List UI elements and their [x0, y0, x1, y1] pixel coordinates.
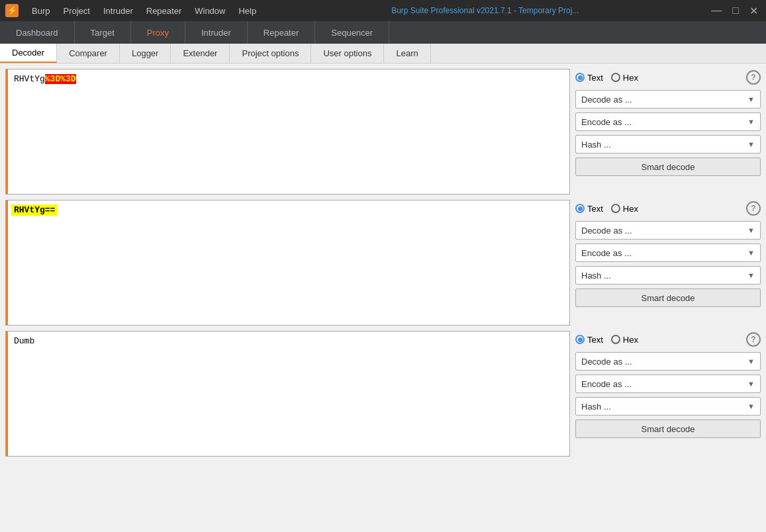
tab-logger[interactable]: Logger — [120, 44, 171, 63]
tab-proxy[interactable]: Proxy — [131, 21, 185, 44]
format-selector-2: Text Hex ? — [575, 201, 761, 216]
text-radio-label-3[interactable]: Text — [575, 335, 603, 345]
hash-dropdown-arrow-3: ▼ — [747, 402, 755, 410]
tab-target[interactable]: Target — [75, 21, 131, 44]
menu-help[interactable]: Help — [233, 5, 262, 17]
text-radio-3[interactable] — [575, 335, 585, 344]
hex-radio-text-2: Hex — [623, 204, 638, 214]
encode-as-dropdown-1[interactable]: Encode as ... ▼ — [575, 112, 761, 131]
tab-decoder[interactable]: Decoder — [0, 44, 57, 63]
decoder-text-1: RHVtYg%3D%3D — [9, 72, 567, 87]
hash-dropdown-2[interactable]: Hash ... ▼ — [575, 266, 761, 285]
format-selector-1: Text Hex ? — [575, 70, 761, 85]
smart-decode-button-2[interactable]: Smart decode — [575, 288, 761, 307]
hex-radio-3[interactable] — [611, 335, 620, 344]
decode-as-dropdown-1[interactable]: Decode as ... ▼ — [575, 90, 761, 109]
hash-dropdown-arrow-1: ▼ — [747, 140, 755, 148]
tab-comparer[interactable]: Comparer — [57, 44, 120, 63]
smart-decode-button-1[interactable]: Smart decode — [575, 157, 761, 176]
title-bar: ⚡ Burp Project Intruder Repeater Window … — [0, 0, 766, 21]
text-radio-label-1[interactable]: Text — [575, 73, 603, 83]
decoder-text-3: Dumb — [9, 334, 567, 349]
menu-intruder[interactable]: Intruder — [98, 5, 138, 17]
text-radio-text-1: Text — [587, 73, 603, 83]
highlighted-text-1: %3D%3D — [45, 74, 76, 84]
decode-dropdown-arrow-2: ▼ — [747, 226, 755, 234]
help-icon-1[interactable]: ? — [746, 70, 761, 85]
tab-project-options[interactable]: Project options — [230, 44, 311, 63]
decoder-input-1[interactable]: RHVtYg%3D%3D — [5, 69, 570, 195]
encode-dropdown-arrow-3: ▼ — [747, 380, 755, 388]
decode-dropdown-arrow-3: ▼ — [747, 357, 755, 365]
format-selector-3: Text Hex ? — [575, 332, 761, 347]
decoder-input-2[interactable]: RHVtYg== — [5, 200, 570, 326]
text-radio-2[interactable] — [575, 204, 585, 213]
highlighted-text-2: RHVtYg== — [11, 204, 58, 216]
decode-as-dropdown-2[interactable]: Decode as ... ▼ — [575, 221, 761, 240]
window-title: Burp Suite Professional v2021.7.1 - Temp… — [269, 6, 700, 15]
main-nav: Dashboard Target Proxy Intruder Repeater… — [0, 21, 766, 44]
smart-decode-button-3[interactable]: Smart decode — [575, 420, 761, 438]
hex-radio-text-1: Hex — [623, 73, 638, 83]
tab-user-options[interactable]: User options — [311, 44, 384, 63]
decode-as-dropdown-3[interactable]: Decode as ... ▼ — [575, 352, 761, 371]
tab-repeater[interactable]: Repeater — [248, 21, 315, 44]
decoder-controls-2: Text Hex ? Decode as ... ▼ Encode as ...… — [575, 200, 761, 326]
hex-radio-1[interactable] — [611, 73, 620, 82]
hex-radio-2[interactable] — [611, 204, 620, 213]
text-radio-label-2[interactable]: Text — [575, 204, 603, 214]
encode-dropdown-arrow-1: ▼ — [747, 118, 755, 126]
tab-dashboard[interactable]: Dashboard — [0, 21, 75, 44]
hash-dropdown-arrow-2: ▼ — [747, 271, 755, 279]
hash-dropdown-1[interactable]: Hash ... ▼ — [575, 135, 761, 154]
decoder-main: RHVtYg%3D%3D Text Hex ? Decode as ... ▼ — [0, 64, 766, 532]
burp-logo: ⚡ — [5, 4, 19, 17]
hash-dropdown-3[interactable]: Hash ... ▼ — [575, 397, 761, 416]
tab-extender[interactable]: Extender — [171, 44, 230, 63]
text-radio-1[interactable] — [575, 73, 585, 82]
encode-as-dropdown-3[interactable]: Encode as ... ▼ — [575, 375, 761, 393]
decoder-input-3[interactable]: Dumb — [5, 331, 570, 457]
minimize-button[interactable]: — — [708, 5, 724, 17]
decode-dropdown-arrow-1: ▼ — [747, 95, 755, 103]
menu-window[interactable]: Window — [189, 5, 230, 17]
decoder-row-3: Dumb Text Hex ? Decode as ... ▼ Encode — [5, 331, 761, 457]
menu-repeater[interactable]: Repeater — [141, 5, 187, 17]
help-icon-3[interactable]: ? — [746, 332, 761, 347]
hex-radio-label-1[interactable]: Hex — [611, 73, 638, 83]
text-radio-text-3: Text — [587, 335, 603, 345]
decoder-controls-1: Text Hex ? Decode as ... ▼ Encode as ...… — [575, 69, 761, 195]
hex-radio-label-2[interactable]: Hex — [611, 204, 638, 214]
window-controls: — □ ✕ — [708, 5, 761, 17]
hex-radio-text-3: Hex — [623, 335, 638, 345]
decoder-text-2: RHVtYg== — [9, 203, 567, 218]
encode-as-dropdown-2[interactable]: Encode as ... ▼ — [575, 244, 761, 262]
decoder-controls-3: Text Hex ? Decode as ... ▼ Encode as ...… — [575, 331, 761, 457]
menu-project[interactable]: Project — [58, 5, 95, 17]
menu-bar: Burp Project Intruder Repeater Window He… — [26, 5, 262, 17]
tab-sequencer[interactable]: Sequencer — [315, 21, 389, 44]
help-icon-2[interactable]: ? — [746, 201, 761, 216]
text-radio-text-2: Text — [587, 204, 603, 214]
encode-dropdown-arrow-2: ▼ — [747, 249, 755, 257]
decoder-row-2: RHVtYg== Text Hex ? Decode as ... ▼ En — [5, 200, 761, 326]
maximize-button[interactable]: □ — [730, 5, 742, 17]
hex-radio-label-3[interactable]: Hex — [611, 335, 638, 345]
menu-burp[interactable]: Burp — [26, 5, 55, 17]
tab-intruder[interactable]: Intruder — [185, 21, 248, 44]
close-button[interactable]: ✕ — [747, 5, 761, 17]
decoder-row-1: RHVtYg%3D%3D Text Hex ? Decode as ... ▼ — [5, 69, 761, 195]
sub-nav: Decoder Comparer Logger Extender Project… — [0, 44, 766, 64]
tab-learn[interactable]: Learn — [384, 44, 430, 63]
